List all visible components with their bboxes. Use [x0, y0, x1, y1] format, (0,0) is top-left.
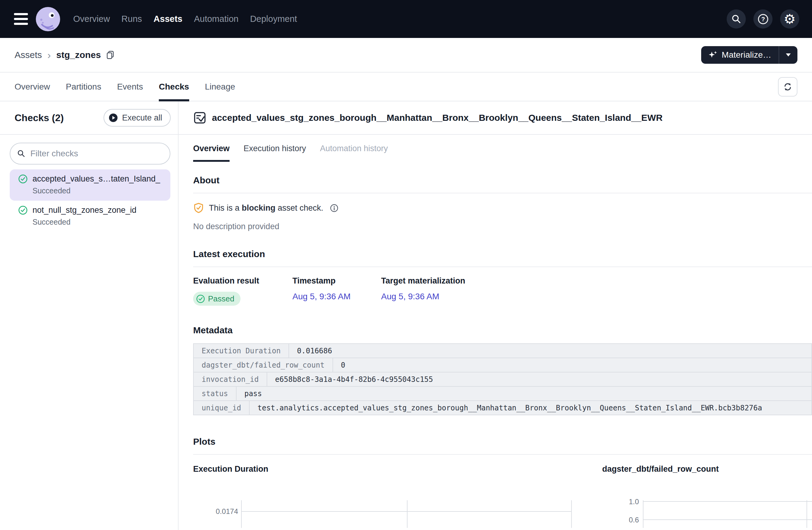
tab-lineage[interactable]: Lineage [205, 73, 235, 101]
materialize-button[interactable]: Materialize… [701, 46, 779, 64]
check-tab-overview[interactable]: Overview [193, 137, 230, 162]
materialize-dropdown-button[interactable] [779, 46, 797, 64]
metadata-key: Execution Duration [194, 344, 289, 357]
execute-all-button[interactable]: Execute all [104, 109, 171, 127]
y-tick-label: 1.0 [594, 498, 639, 506]
table-row: status pass [193, 386, 812, 401]
check-tab-automation-history[interactable]: Automation history [320, 137, 388, 162]
latest-execution-grid: Evaluation result Passed Timestamp A [193, 276, 812, 306]
copy-button[interactable] [106, 50, 115, 59]
metadata-value: 0 [333, 358, 811, 372]
check-circle-icon [18, 206, 28, 215]
check-item-status: Succeeded [32, 186, 165, 195]
checks-count-heading: Checks (2) [15, 112, 64, 123]
metadata-value: 0.016686 [289, 344, 811, 357]
sidebar-header: Checks (2) Execute all [0, 101, 178, 135]
search-button[interactable] [727, 10, 746, 29]
check-list-item-not-null[interactable]: not_null_stg_zones_zone_id Succeeded [10, 201, 170, 232]
sparkle-icon [708, 50, 717, 59]
nav-item-automation[interactable]: Automation [194, 14, 239, 24]
execute-all-label: Execute all [122, 113, 162, 123]
tab-partitions[interactable]: Partitions [66, 73, 101, 101]
menu-icon[interactable] [14, 13, 28, 25]
gridline [407, 500, 407, 528]
chart-title-failed-row-count: dagster_dbt/failed_row_count [602, 465, 719, 474]
evaluation-result-label: Evaluation result [193, 276, 292, 286]
no-description-text: No description provided [193, 222, 812, 231]
check-list-item-accepted-values[interactable]: accepted_values_s…taten_Island_ Succeede… [10, 170, 170, 201]
nav-item-assets[interactable]: Assets [154, 14, 183, 24]
tab-checks[interactable]: Checks [159, 73, 189, 101]
target-materialization-label: Target materialization [381, 276, 465, 286]
gear-icon: ⚙ [784, 12, 796, 26]
about-heading: About [193, 175, 812, 186]
play-circle-icon [109, 113, 118, 122]
timestamp-label: Timestamp [292, 276, 381, 286]
refresh-button[interactable] [778, 77, 797, 97]
section-divider [193, 266, 812, 267]
check-detail-pane: accepted_values_stg_zones_borough__Manha… [178, 101, 812, 530]
filter-checks-box [10, 143, 170, 164]
passed-badge-label: Passed [208, 294, 234, 304]
asset-check-icon [193, 111, 206, 124]
breadcrumb-row: Assets › stg_zones Materialize… [0, 38, 812, 73]
search-icon [17, 149, 26, 158]
checks-sidebar: Checks (2) Execute all [0, 101, 178, 530]
top-nav: Overview Runs Assets Automation Deployme… [0, 0, 812, 38]
dagster-logo[interactable] [36, 7, 60, 31]
info-icon[interactable] [330, 204, 338, 212]
check-item-name: not_null_stg_zones_zone_id [32, 206, 165, 215]
table-row: invocation_id e658b8c8-3a1a-4b4f-82b6-4c… [193, 372, 812, 387]
metadata-key: dagster_dbt/failed_row_count [194, 358, 333, 372]
gridline [571, 500, 572, 528]
check-title: accepted_values_stg_zones_borough__Manha… [212, 113, 663, 123]
blocking-note: This is a blocking asset check. [193, 203, 812, 214]
chart-title-execution-duration: Execution Duration [193, 465, 269, 474]
target-materialization-link[interactable]: Aug 5, 9:36 AM [381, 292, 439, 301]
materialize-label: Materialize… [722, 50, 771, 60]
gridline [807, 500, 807, 528]
check-content: Overview Execution history Automation hi… [178, 137, 812, 528]
metadata-value: pass [236, 387, 811, 400]
materialize-split-button: Materialize… [701, 46, 797, 64]
svg-text:?: ? [761, 15, 765, 22]
table-row: dagster_dbt/failed_row_count 0 [193, 357, 812, 372]
breadcrumb-separator: › [47, 50, 51, 60]
nav-links: Overview Runs Assets Automation Deployme… [73, 14, 297, 24]
check-tab-execution-history[interactable]: Execution history [244, 137, 306, 162]
refresh-icon [783, 82, 793, 92]
check-circle-icon [18, 174, 28, 183]
gridline [643, 501, 812, 502]
metadata-key: status [194, 387, 236, 400]
filter-checks-input[interactable] [30, 148, 163, 159]
breadcrumb-assets-link[interactable]: Assets [15, 50, 42, 60]
tab-events[interactable]: Events [117, 73, 143, 101]
asset-tabs: Overview Partitions Events Checks Lineag… [0, 73, 812, 101]
caret-down-icon [786, 53, 791, 57]
page-title: stg_zones [56, 50, 101, 60]
nav-item-overview[interactable]: Overview [73, 14, 110, 24]
timestamp-link[interactable]: Aug 5, 9:36 AM [292, 292, 350, 301]
check-header: accepted_values_stg_zones_borough__Manha… [178, 101, 812, 135]
gridline [643, 519, 812, 520]
blocking-text: This is a blocking asset check. [209, 203, 323, 213]
sidebar-body: accepted_values_s…taten_Island_ Succeede… [0, 135, 178, 232]
help-button[interactable]: ? [753, 10, 772, 29]
check-item-name: accepted_values_s…taten_Island_ [32, 174, 165, 183]
metadata-value: e658b8c8-3a1a-4b4f-82b6-4c955043c155 [267, 372, 811, 386]
y-tick-label: 0.0174 [193, 507, 238, 516]
shield-check-icon [193, 203, 204, 214]
check-item-status: Succeeded [32, 218, 165, 226]
settings-button[interactable]: ⚙ [780, 10, 799, 29]
nav-item-deployment[interactable]: Deployment [250, 14, 297, 24]
tab-overview[interactable]: Overview [15, 73, 50, 101]
check-circle-icon [196, 294, 205, 303]
nav-item-runs[interactable]: Runs [121, 14, 142, 24]
metadata-key: unique_id [194, 401, 250, 415]
search-icon [731, 14, 742, 24]
help-icon: ? [757, 13, 769, 25]
y-tick-label: 0.6 [594, 516, 639, 524]
y-axis-line [241, 500, 242, 528]
workspace: Checks (2) Execute all [0, 101, 812, 530]
latest-execution-heading: Latest execution [193, 249, 812, 259]
